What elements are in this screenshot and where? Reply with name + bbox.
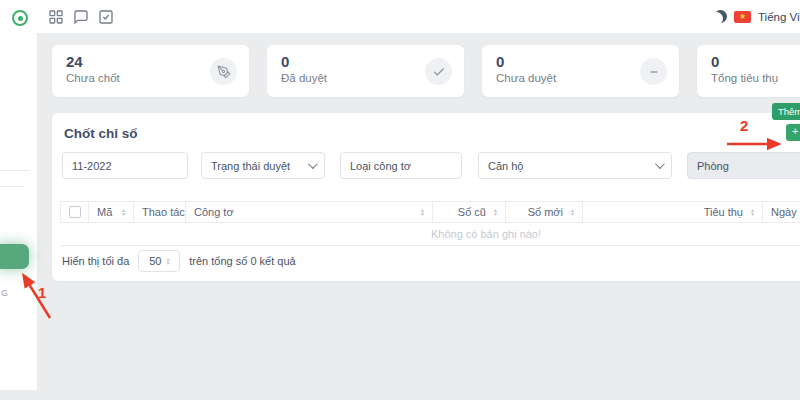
task-check-icon[interactable] (98, 9, 114, 25)
column-label: Thao tác (142, 206, 185, 218)
pen-tool-icon (210, 58, 237, 85)
minus-icon (640, 58, 667, 85)
stat-value: 0 (711, 53, 800, 70)
table-empty-state: Không có bản ghi nào! (60, 223, 800, 246)
select-label: Phòng (697, 160, 800, 172)
select-label: Loại công tơ (350, 160, 452, 172)
topbar-right-group: ★ Tiếng Việt (714, 0, 800, 33)
readings-table: Mã▴▾ Thao tác Công tơ▴▾ Số cũ▴▾ Số mới▴▾… (60, 201, 800, 246)
sort-icon[interactable]: ▴▾ (417, 208, 424, 217)
vietnam-flag-icon[interactable]: ★ (734, 11, 751, 23)
table-header-row: Mã▴▾ Thao tác Công tơ▴▾ Số cũ▴▾ Số mới▴▾… (60, 201, 800, 223)
room-select[interactable]: Phòng (687, 152, 800, 179)
pagination-prefix: Hiển thị tối đa (62, 255, 129, 267)
annotation-number-1: 1 (38, 284, 46, 301)
sidebar-divider (0, 170, 30, 171)
apartment-select[interactable]: Căn hộ (478, 152, 672, 179)
stat-card-approved: 0 Đã duyệt (267, 45, 464, 97)
column-label: Số cũ (458, 206, 486, 218)
chat-icon[interactable] (73, 9, 89, 25)
stat-label: Tổng tiêu thụ (711, 72, 800, 84)
month-input[interactable] (72, 160, 178, 172)
sort-icon[interactable]: ▴▾ (747, 208, 754, 217)
language-label[interactable]: Tiếng Việt (758, 11, 800, 23)
stat-card-total-consumption: 0 Tổng tiêu thụ (697, 45, 800, 97)
panel-title: Chốt chỉ số (64, 126, 138, 141)
approval-status-select[interactable]: Trạng thái duyệt (201, 152, 325, 179)
column-header-cong-to[interactable]: Công tơ▴▾ (185, 202, 432, 222)
page-size-value: 50 (149, 255, 161, 267)
column-header-ma[interactable]: Mã▴▾ (88, 202, 133, 222)
select-label: Trạng thái duyệt (211, 160, 302, 172)
check-icon (425, 58, 452, 85)
topbar: ★ Tiếng Việt (37, 0, 800, 33)
logo-dot (18, 16, 23, 21)
dark-mode-moon-icon[interactable] (714, 10, 727, 23)
add-reading-button[interactable]: + (786, 124, 800, 141)
page-size-stepper[interactable]: 50 ▴▾ (138, 250, 180, 272)
column-label: Mã (97, 206, 112, 218)
add-tooltip: Thêm c (772, 103, 800, 120)
app-logo-target-icon[interactable] (12, 10, 28, 26)
select-label: Căn hộ (488, 160, 649, 172)
column-label: Ngày chốt (771, 206, 800, 218)
column-label: Số mới (528, 206, 563, 218)
stat-card-pending: 24 Chưa chốt (52, 45, 249, 97)
sort-icon[interactable]: ▴▾ (490, 208, 497, 217)
sidebar-menu-item-highlighted[interactable] (0, 244, 29, 269)
column-label: Tiêu thụ (704, 206, 743, 218)
meter-type-select[interactable]: Loại công tơ (340, 152, 462, 179)
topbar-icon-group (48, 0, 114, 33)
column-header-so-moi[interactable]: Số mới▴▾ (505, 202, 582, 222)
column-header-so-cu[interactable]: Số cũ▴▾ (432, 202, 505, 222)
sidebar-label-fragment: G (1, 288, 8, 298)
select-all-checkbox[interactable] (69, 206, 81, 218)
sidebar-divider (0, 186, 24, 187)
chevron-down-icon (308, 159, 318, 169)
chevron-down-icon (655, 159, 665, 169)
column-label: Công tơ (194, 206, 234, 218)
pagination-bar: Hiển thị tối đa 50 ▴▾ trên tổng số 0 kết… (62, 250, 296, 272)
sort-icon[interactable]: ▴▾ (118, 208, 125, 217)
pagination-suffix: trên tổng số 0 kết quả (189, 255, 295, 267)
sidebar: G (0, 0, 37, 390)
meter-reading-panel: Chốt chỉ số Trạng thái duyệt Loại công t… (52, 113, 800, 281)
select-all-cell (60, 202, 88, 222)
stepper-arrows-icon[interactable]: ▴▾ (166, 257, 169, 266)
month-filter-input[interactable] (62, 152, 188, 179)
grid-icon[interactable] (48, 9, 64, 25)
column-header-tieu-thu[interactable]: Tiêu thụ▴▾ (582, 202, 762, 222)
stat-card-unapproved: 0 Chưa duyệt (482, 45, 679, 97)
column-header-ngay-chot: Ngày chốt (762, 202, 800, 222)
sort-icon[interactable]: ▴▾ (567, 208, 574, 217)
column-header-thao-tac: Thao tác (133, 202, 185, 222)
stat-cards-row: 24 Chưa chốt 0 Đã duyệt 0 Chưa duyệt 0 T… (52, 45, 800, 97)
